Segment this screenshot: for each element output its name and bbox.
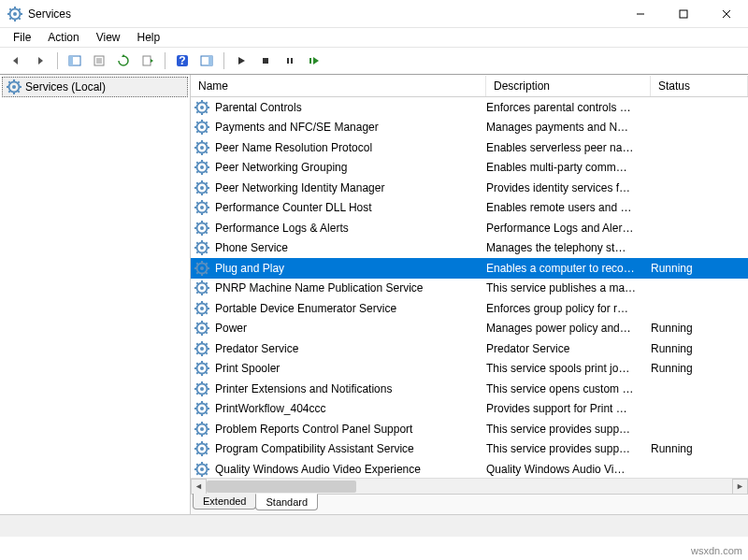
gear-icon <box>194 301 209 316</box>
gear-icon <box>194 120 209 135</box>
help-button[interactable]: ? <box>172 50 193 71</box>
service-row[interactable]: PNRP Machine Name Publication ServiceThi… <box>191 279 748 299</box>
svg-rect-20 <box>143 56 151 65</box>
service-name: Print Spooler <box>215 362 486 375</box>
service-row[interactable]: Quality Windows Audio Video ExperienceQu… <box>191 459 748 478</box>
service-row[interactable]: PrintWorkflow_404cccProvides support for… <box>191 399 748 420</box>
minimize-button[interactable] <box>619 0 662 28</box>
service-description: Manages payments and N… <box>486 121 651 134</box>
tab-standard[interactable]: Standard <box>255 494 318 510</box>
back-button[interactable] <box>6 50 26 71</box>
tree-root-label: Services (Local) <box>25 80 106 93</box>
service-name: PNRP Machine Name Publication Service <box>215 281 486 294</box>
toolbar: ? <box>0 47 748 75</box>
svg-rect-27 <box>291 58 293 64</box>
service-status: Running <box>651 342 726 355</box>
gear-icon <box>194 160 209 175</box>
service-name: Peer Name Resolution Protocol <box>215 141 486 154</box>
gear-icon <box>194 361 209 376</box>
gear-icon <box>194 100 209 115</box>
gear-icon <box>194 441 209 456</box>
service-row[interactable]: Printer Extensions and NotificationsThis… <box>191 379 748 399</box>
service-description: Enforces group policy for r… <box>486 302 651 315</box>
service-row[interactable]: Payments and NFC/SE ManagerManages payme… <box>191 118 748 138</box>
gear-icon <box>194 381 209 396</box>
export-list-button[interactable] <box>137 50 158 71</box>
properties-button[interactable] <box>89 50 109 71</box>
service-row[interactable]: Parental ControlsEnforces parental contr… <box>191 97 748 118</box>
service-status: Running <box>651 322 726 335</box>
service-description: Manages power policy and… <box>486 322 651 335</box>
service-status: Running <box>651 362 726 375</box>
tab-extended[interactable]: Extended <box>193 494 256 510</box>
svg-text:?: ? <box>179 54 185 67</box>
scroll-right-button[interactable]: ► <box>732 479 748 495</box>
stop-service-button[interactable] <box>255 50 276 71</box>
toolbar-separator <box>57 52 58 69</box>
toolbar-separator <box>223 52 224 69</box>
service-row[interactable]: Problem Reports Control Panel SupportThi… <box>191 419 748 439</box>
show-hide-action-pane-button[interactable] <box>196 50 217 71</box>
start-service-button[interactable] <box>231 50 252 71</box>
refresh-button[interactable] <box>113 50 134 71</box>
service-name: Performance Logs & Alerts <box>215 222 486 235</box>
menu-view[interactable]: View <box>89 29 128 46</box>
horizontal-scrollbar[interactable]: ◄ ► <box>191 478 748 494</box>
pause-service-button[interactable] <box>280 50 300 71</box>
gear-icon <box>194 261 209 276</box>
service-row[interactable]: Portable Device Enumerator ServiceEnforc… <box>191 298 748 319</box>
list-header[interactable]: Name Description Status <box>191 75 748 97</box>
service-description: Provides support for Print … <box>486 402 651 415</box>
service-row[interactable]: Predator ServicePredator ServiceRunning <box>191 338 748 359</box>
service-row[interactable]: Plug and PlayEnables a computer to reco…… <box>191 258 748 279</box>
svg-rect-11 <box>680 10 687 18</box>
svg-rect-25 <box>263 58 268 64</box>
watermark: wsxdn.com <box>691 545 742 556</box>
menu-action[interactable]: Action <box>40 29 86 46</box>
menu-help[interactable]: Help <box>130 29 168 46</box>
window-title: Services <box>28 7 71 21</box>
gear-icon <box>194 422 209 437</box>
toolbar-separator <box>165 52 165 69</box>
forward-button[interactable] <box>30 50 50 71</box>
col-description[interactable]: Description <box>486 76 651 96</box>
menu-file[interactable]: File <box>6 29 38 46</box>
service-row[interactable]: Performance Logs & AlertsPerformance Log… <box>191 218 748 238</box>
service-name: PrintWorkflow_404ccc <box>215 402 486 415</box>
service-name: Predator Service <box>215 342 486 355</box>
service-row[interactable]: Peer Name Resolution ProtocolEnables ser… <box>191 137 748 158</box>
svg-rect-15 <box>69 56 73 65</box>
col-status[interactable]: Status <box>651 76 748 96</box>
service-row[interactable]: Peer Networking GroupingEnables multi-pa… <box>191 158 748 179</box>
service-row[interactable]: PowerManages power policy and…Running <box>191 319 748 339</box>
service-row[interactable]: Peer Networking Identity ManagerProvides… <box>191 178 748 198</box>
tree-root-services-local[interactable]: Services (Local) <box>2 77 188 97</box>
service-status: Running <box>651 262 726 275</box>
svg-rect-26 <box>287 58 289 64</box>
gear-icon <box>194 140 209 155</box>
maximize-button[interactable] <box>662 0 705 28</box>
scroll-left-button[interactable]: ◄ <box>191 479 207 495</box>
service-description: This service provides supp… <box>486 442 651 455</box>
restart-service-button[interactable] <box>304 50 324 71</box>
show-hide-tree-button[interactable] <box>65 50 85 71</box>
scroll-thumb[interactable] <box>207 481 356 493</box>
services-list[interactable]: Name Description Status Parental Control… <box>191 75 748 494</box>
service-row[interactable]: Phone ServiceManages the telephony st… <box>191 238 748 259</box>
service-row[interactable]: Performance Counter DLL HostEnables remo… <box>191 198 748 219</box>
service-description: This service opens custom … <box>486 382 651 395</box>
service-description: Performance Logs and Aler… <box>486 222 651 235</box>
service-name: Performance Counter DLL Host <box>215 201 486 214</box>
close-button[interactable] <box>705 0 748 28</box>
gear-icon <box>194 280 209 295</box>
service-description: Enforces parental controls … <box>486 101 651 114</box>
gear-icon <box>194 221 209 236</box>
gear-icon <box>194 240 209 255</box>
service-row[interactable]: Print SpoolerThis service spools print j… <box>191 359 748 380</box>
service-description: Enables multi-party comm… <box>486 161 651 174</box>
service-description: Enables serverless peer na… <box>486 141 651 154</box>
service-name: Peer Networking Identity Manager <box>215 181 486 194</box>
service-row[interactable]: Program Compatibility Assistant ServiceT… <box>191 439 748 460</box>
service-name: Payments and NFC/SE Manager <box>215 121 486 134</box>
col-name[interactable]: Name <box>191 76 486 96</box>
